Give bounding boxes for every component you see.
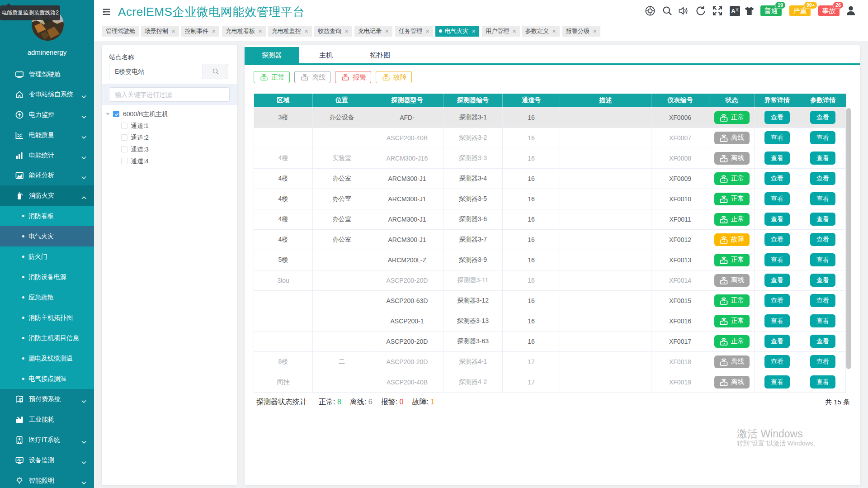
svg-text:文: 文	[735, 7, 739, 12]
